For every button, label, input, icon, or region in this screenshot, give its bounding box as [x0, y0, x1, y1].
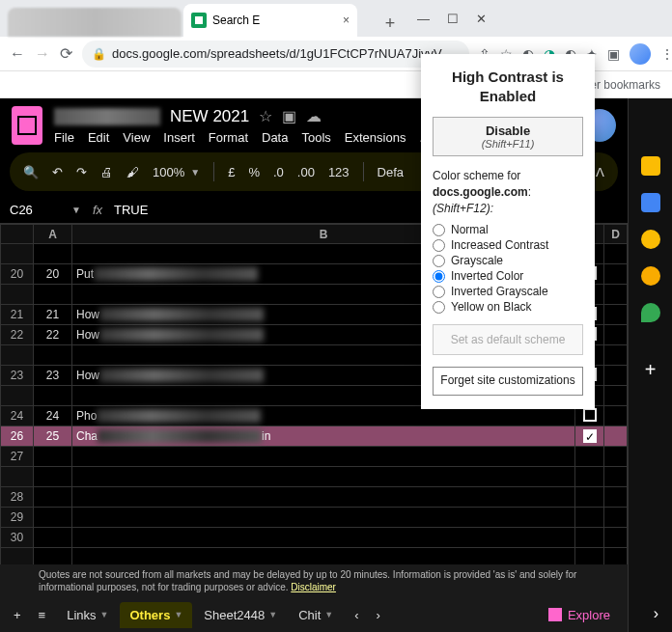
table-row[interactable]: 27: [1, 447, 628, 467]
scroll-tabs-left-icon[interactable]: ‹: [349, 604, 364, 626]
fx-icon: fx: [93, 203, 102, 217]
url-input[interactable]: 🔒 docs.google.com/spreadsheets/d/1gU1FCt…: [82, 41, 469, 68]
get-addons-icon[interactable]: +: [645, 359, 657, 381]
chevron-down-icon[interactable]: ▼: [268, 610, 277, 619]
doc-title-redacted: [54, 108, 160, 125]
high-contrast-popup: High Contrast is Enabled Disable (Shift+…: [421, 54, 595, 409]
number-format-button[interactable]: 123: [328, 165, 350, 179]
chevron-down-icon[interactable]: ▼: [174, 610, 182, 619]
forget-customizations-button[interactable]: Forget site customizations: [433, 367, 583, 396]
table-row[interactable]: 2625Cha████████████████████in: [1, 426, 628, 447]
menu-file[interactable]: File: [54, 130, 74, 145]
expand-side-panel-icon[interactable]: ›: [654, 605, 658, 622]
name-box[interactable]: C26: [10, 203, 58, 217]
minimize-icon[interactable]: —: [417, 12, 430, 26]
maps-icon[interactable]: [641, 303, 660, 322]
maximize-icon[interactable]: ☐: [447, 12, 459, 26]
chrome-menu-icon[interactable]: ⋮: [660, 46, 672, 62]
sheets-favicon-icon: [191, 13, 207, 28]
forward-button[interactable]: →: [35, 45, 50, 63]
col-header[interactable]: A: [34, 225, 72, 244]
menu-view[interactable]: View: [123, 130, 150, 145]
scheme-option[interactable]: Normal: [433, 222, 583, 237]
undo-icon[interactable]: ↶: [52, 165, 63, 179]
menu-tools[interactable]: Tools: [301, 130, 330, 145]
sheets-logo-icon[interactable]: [12, 106, 42, 145]
scheme-option[interactable]: Inverted Grayscale: [433, 284, 583, 299]
sheet-tab-bar: + ≡ Links▼Others▼Sheet2448▼Chit▼ ‹ › Exp…: [0, 597, 628, 632]
tab-title: Search E: [212, 14, 260, 27]
redo-icon[interactable]: ↷: [76, 165, 87, 179]
tab-active[interactable]: Search E ×: [183, 4, 357, 37]
sheet-tab[interactable]: Sheet2448▼: [194, 602, 287, 628]
menu-data[interactable]: Data: [262, 130, 288, 145]
new-tab-button[interactable]: +: [377, 10, 404, 37]
table-row[interactable]: 28: [1, 487, 628, 508]
col-header[interactable]: D: [604, 225, 628, 244]
star-doc-icon[interactable]: ☆: [259, 107, 272, 125]
table-row[interactable]: [1, 548, 628, 565]
calendar-icon[interactable]: [641, 156, 660, 176]
url-text: docs.google.com/spreadsheets/d/1gU1FCtCP…: [112, 46, 460, 61]
scheme-option[interactable]: Inverted Color: [433, 268, 583, 284]
explore-button[interactable]: Explore: [548, 608, 620, 622]
checkbox[interactable]: [583, 429, 597, 443]
keep-icon[interactable]: [641, 193, 660, 212]
profile-avatar-icon[interactable]: [630, 43, 651, 65]
print-icon[interactable]: 🖨: [100, 165, 113, 179]
zoom-selector[interactable]: 100%▼: [153, 165, 200, 179]
paint-format-icon[interactable]: 🖌: [126, 165, 139, 179]
scheme-option[interactable]: Yellow on Black: [433, 299, 583, 315]
percent-button[interactable]: %: [248, 165, 260, 179]
sheet-tab[interactable]: Links▼: [57, 602, 118, 628]
table-row[interactable]: [1, 467, 628, 487]
menu-format[interactable]: Format: [209, 130, 248, 145]
back-button[interactable]: ←: [10, 45, 25, 63]
name-box-chevron-icon[interactable]: ▼: [71, 205, 81, 215]
disable-button[interactable]: Disable (Shift+F11): [433, 117, 583, 156]
lock-icon: 🔒: [92, 47, 106, 61]
sheet-tab[interactable]: Others▼: [120, 602, 192, 628]
disclaimer-link[interactable]: Disclaimer: [291, 582, 336, 592]
formula-bar[interactable]: TRUE: [114, 203, 148, 217]
menu-insert[interactable]: Insert: [163, 130, 195, 145]
close-window-icon[interactable]: ✕: [476, 12, 487, 26]
sidepanel-icon[interactable]: ▣: [607, 46, 620, 62]
window-controls: — ☐ ✕: [404, 12, 500, 26]
chevron-down-icon[interactable]: ▼: [100, 610, 109, 619]
contacts-icon[interactable]: [641, 266, 660, 286]
move-doc-icon[interactable]: ▣: [282, 107, 296, 125]
font-selector[interactable]: Defa: [378, 165, 404, 179]
search-menus-icon[interactable]: 🔍: [23, 165, 39, 179]
side-panel: + ›: [628, 98, 672, 632]
table-row[interactable]: 29: [1, 508, 628, 528]
menu-edit[interactable]: Edit: [88, 130, 109, 145]
scroll-tabs-right-icon[interactable]: ›: [371, 604, 386, 626]
scheme-option[interactable]: Grayscale: [433, 253, 583, 268]
browser-titlebar: Search E × + — ☐ ✕: [0, 0, 672, 37]
menu-extensions[interactable]: Extensions: [345, 130, 406, 145]
tab-close-icon[interactable]: ×: [343, 14, 350, 27]
currency-button[interactable]: £: [228, 165, 235, 179]
scheme-option[interactable]: Increased Contrast: [433, 237, 583, 253]
increase-decimal-button[interactable]: .00: [297, 165, 315, 179]
cloud-status-icon[interactable]: ☁: [306, 107, 322, 125]
checkbox[interactable]: [583, 408, 597, 422]
explore-icon: [548, 608, 562, 621]
scheme-heading: Color scheme for docs.google.com: (Shift…: [433, 168, 583, 216]
reload-button[interactable]: ⟳: [60, 44, 72, 63]
finance-disclaimer: Quotes are not sourced from all markets …: [0, 564, 628, 597]
popup-title: High Contrast is Enabled: [433, 68, 583, 105]
sheet-tab[interactable]: Chit▼: [289, 602, 343, 628]
set-default-button: Set as default scheme: [433, 324, 583, 355]
scheme-radio-group: NormalIncreased ContrastGrayscaleInverte…: [433, 222, 583, 315]
all-sheets-button[interactable]: ≡: [33, 604, 52, 626]
tasks-icon[interactable]: [641, 230, 660, 249]
table-row[interactable]: 30: [1, 528, 628, 548]
add-sheet-button[interactable]: +: [8, 604, 27, 626]
toolbar-collapse-icon[interactable]: ᐱ: [596, 165, 604, 179]
tab-inactive[interactable]: [8, 8, 182, 37]
chevron-down-icon[interactable]: ▼: [324, 610, 333, 619]
doc-title[interactable]: NEW 2021: [170, 107, 249, 126]
decrease-decimal-button[interactable]: .0: [273, 165, 284, 179]
